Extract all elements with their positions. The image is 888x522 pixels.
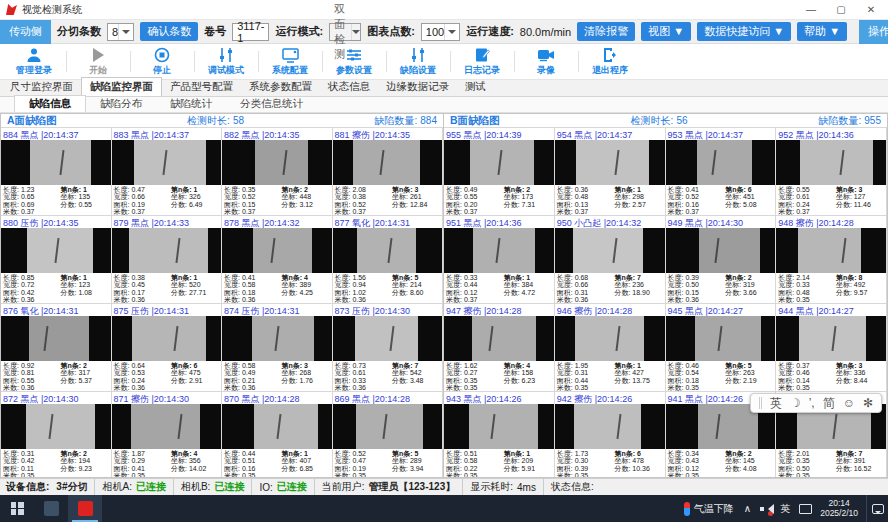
ime-punctuation-icon[interactable]: ’, (809, 396, 815, 410)
tab-main-1[interactable]: 缺陷监控界面 (81, 77, 162, 96)
defect-cell[interactable]: 878 黑点 |20:14:32长度: 0.41宽度: 0.58面积: 0.18… (222, 216, 333, 304)
run-mode-select[interactable]: 双面检测 (329, 23, 361, 41)
defect-cell-header: 874 压伤 |20:14:31 (222, 304, 332, 316)
tab-sub-0[interactable]: 缺陷信息 (14, 95, 86, 112)
drive-side-button[interactable]: 传动侧 (0, 20, 51, 44)
defect-stats: 长度: 0.46宽度: 0.54面积: 0.18米数: 0.35第n条: 5坐标… (666, 361, 776, 391)
defect-cell-header: 873 压伤 |20:14:30 (333, 304, 443, 316)
confirm-count-button[interactable]: 确认条数 (140, 22, 198, 41)
slit-count-select[interactable]: 8 (107, 23, 134, 41)
tab-main-4[interactable]: 状态信息 (320, 78, 378, 96)
tab-sub-1[interactable]: 缺陷分布 (86, 96, 156, 112)
tool-log-record[interactable]: 日志记录 (450, 44, 514, 79)
speaker-muted-icon[interactable] (760, 504, 771, 514)
tab-main-6[interactable]: 测试 (457, 78, 494, 96)
help-menu-button[interactable]: 帮助 ▼ (797, 22, 847, 41)
tab-sub-2[interactable]: 缺陷统计 (156, 96, 226, 112)
data-quick-access-button[interactable]: 数据快捷访问 ▼ (697, 22, 791, 41)
chevron-down-icon[interactable] (351, 24, 360, 40)
roll-number-input[interactable]: 3117-1 (232, 23, 269, 41)
ime-drag-handle[interactable] (759, 397, 762, 409)
defect-cell[interactable]: 951 黑点 |20:14:36长度: 0.33宽度: 0.44面积: 0.12… (444, 216, 555, 304)
view-menu-button[interactable]: 视图 ▼ (641, 22, 691, 41)
ime-emoji-icon[interactable]: ☺ (843, 396, 855, 410)
defect-cell[interactable]: 875 压伤 |20:14:31长度: 0.64宽度: 0.53面积: 0.24… (112, 304, 223, 392)
close-button[interactable]: ✕ (856, 1, 886, 19)
tool-defect-settings[interactable]: 缺陷设置 (386, 44, 450, 79)
taskbar-clock[interactable]: 20:14 2025/2/10 (820, 499, 858, 518)
ime-fullhalf-moon-icon[interactable]: ☽ (790, 396, 801, 410)
defect-image (333, 316, 443, 361)
stat-coord: 坐标: 158 (504, 369, 553, 376)
defect-cell[interactable]: 874 压伤 |20:14:31长度: 0.58宽度: 0.49面积: 0.21… (222, 304, 333, 392)
defect-cell[interactable]: 942 擦伤 |20:14:26长度: 1.73宽度: 0.30面积: 0.39… (555, 392, 666, 477)
tab-sub-3[interactable]: 分类信息统计 (226, 96, 317, 112)
stat-coord: 坐标: 451 (725, 193, 774, 200)
operate-side-button[interactable]: 操作侧 (859, 20, 888, 44)
minimize-button[interactable]: — (796, 1, 826, 19)
ime-simplified-mode[interactable]: 简 (823, 395, 835, 412)
chart-points-select[interactable]: 100 (421, 23, 460, 41)
ime-language-indicator[interactable]: 英 (780, 502, 790, 516)
tool-stop[interactable]: 停止 (130, 44, 194, 79)
tool-start[interactable]: 开始 (66, 44, 130, 79)
tool-label: 缺陷设置 (400, 64, 436, 77)
ime-settings-gear-icon[interactable]: ✻ (863, 396, 873, 410)
defect-cell[interactable]: 882 黑点 |20:14:35长度: 0.35宽度: 0.52面积: 0.15… (222, 128, 333, 216)
tab-main-5[interactable]: 边缘数据记录 (378, 78, 457, 96)
stat-wid: 宽度: 0.94 (335, 281, 393, 288)
hidden-icons-chevron[interactable]: ∧ (744, 503, 751, 514)
stat-m: 米数: 0.37 (224, 208, 282, 215)
tool-param-settings[interactable]: 参数设置 (322, 44, 386, 79)
tool-system-config[interactable]: 系统配置 (258, 44, 322, 79)
defect-cell[interactable]: 881 擦伤 |20:14:35长度: 2.08宽度: 0.38面积: 0.52… (333, 128, 444, 216)
defect-cell[interactable]: 950 小凸起 |20:14:32长度: 0.68宽度: 0.66面积: 0.3… (555, 216, 666, 304)
stat-strip: 第n条: 7 (836, 450, 885, 457)
defect-cell[interactable]: 872 黑点 |20:14:30长度: 0.31宽度: 0.42面积: 0.11… (1, 392, 112, 477)
chevron-down-icon[interactable] (118, 24, 133, 40)
start-button[interactable] (0, 495, 34, 522)
defect-cell[interactable]: 883 黑点 |20:14:37长度: 0.47宽度: 0.66面积: 0.19… (112, 128, 223, 216)
defect-cell[interactable]: 884 黑点 |20:14:37长度: 1.23宽度: 0.65面积: 0.69… (1, 128, 112, 216)
taskbar-app-1[interactable] (34, 495, 68, 522)
stats-right-column: 第n条: 7坐标: 542分数: 3.48 (392, 362, 441, 391)
defect-cell[interactable]: 877 氧化 |20:14:31长度: 1.56宽度: 0.94面积: 1.02… (333, 216, 444, 304)
defect-cell[interactable]: 943 黑点 |20:14:26长度: 0.51宽度: 0.58面积: 0.22… (444, 392, 555, 477)
defect-cell[interactable]: 869 黑点 |20:14:28长度: 0.52宽度: 0.47面积: 0.19… (333, 392, 444, 477)
tool-recording[interactable]: 录像 (514, 44, 578, 79)
defect-cell[interactable]: 945 黑点 |20:14:27长度: 0.46宽度: 0.54面积: 0.18… (666, 304, 777, 392)
tab-main-2[interactable]: 产品型号配置 (162, 78, 241, 96)
defect-cell[interactable]: 955 黑点 |20:14:39长度: 0.49宽度: 0.55面积: 0.20… (444, 128, 555, 216)
weather-text[interactable]: 气温下降 (694, 502, 734, 516)
defect-cell[interactable]: 870 黑点 |20:14:28长度: 0.44宽度: 0.51面积: 0.16… (222, 392, 333, 477)
action-center-button[interactable] (866, 495, 888, 522)
tool-label: 日志记录 (464, 64, 500, 77)
defect-cell[interactable]: 873 压伤 |20:14:30长度: 0.73宽度: 0.61面积: 0.33… (333, 304, 444, 392)
defect-cell[interactable]: 953 黑点 |20:14:37长度: 0.41宽度: 0.52面积: 0.16… (666, 128, 777, 216)
maximize-button[interactable]: ▢ (826, 1, 856, 19)
defect-cell[interactable]: 879 黑点 |20:14:33长度: 0.38宽度: 0.45面积: 0.17… (112, 216, 223, 304)
defect-cell[interactable]: 876 氧化 |20:14:31长度: 0.92宽度: 0.81面积: 0.55… (1, 304, 112, 392)
stat-m: 米数: 0.35 (557, 472, 615, 477)
defect-cell[interactable]: 948 擦伤 |20:14:28长度: 2.14宽度: 0.33面积: 0.48… (776, 216, 887, 304)
stat-coord: 坐标: 209 (504, 457, 553, 464)
defect-mark (49, 414, 54, 439)
defect-cell[interactable]: 952 黑点 |20:14:36长度: 0.55宽度: 0.61面积: 0.24… (776, 128, 887, 216)
chevron-down-icon[interactable] (444, 24, 459, 40)
tool-debug-mode[interactable]: 调试模式 (194, 44, 258, 79)
defect-cell[interactable]: 944 黑点 |20:14:27长度: 0.37宽度: 0.46面积: 0.14… (776, 304, 887, 392)
taskbar-app-inspection[interactable] (68, 495, 102, 522)
clear-alarm-button[interactable]: 清除报警 (577, 22, 635, 41)
ime-english-mode[interactable]: 英 (770, 395, 782, 412)
defect-cell[interactable]: 947 擦伤 |20:14:28长度: 1.62宽度: 0.27面积: 0.35… (444, 304, 555, 392)
defect-cell[interactable]: 880 压伤 |20:14:35长度: 0.85宽度: 0.72面积: 0.42… (1, 216, 112, 304)
tool-admin-login[interactable]: 管理登录 (2, 44, 66, 79)
tool-exit-program[interactable]: 退出程序 (578, 44, 642, 79)
defect-cell[interactable]: 954 黑点 |20:14:37长度: 0.36宽度: 0.48面积: 0.13… (555, 128, 666, 216)
defect-cell[interactable]: 871 擦伤 |20:14:30长度: 1.87宽度: 0.29面积: 0.41… (112, 392, 223, 477)
defect-cell[interactable]: 946 擦伤 |20:14:28长度: 1.95宽度: 0.31面积: 0.44… (555, 304, 666, 392)
keyboard-icon[interactable] (799, 504, 812, 514)
tab-main-0[interactable]: 尺寸监控界面 (2, 78, 81, 96)
defect-cell[interactable]: 949 黑点 |20:14:30长度: 0.39宽度: 0.50面积: 0.15… (666, 216, 777, 304)
tab-main-3[interactable]: 系统参数配置 (241, 78, 320, 96)
